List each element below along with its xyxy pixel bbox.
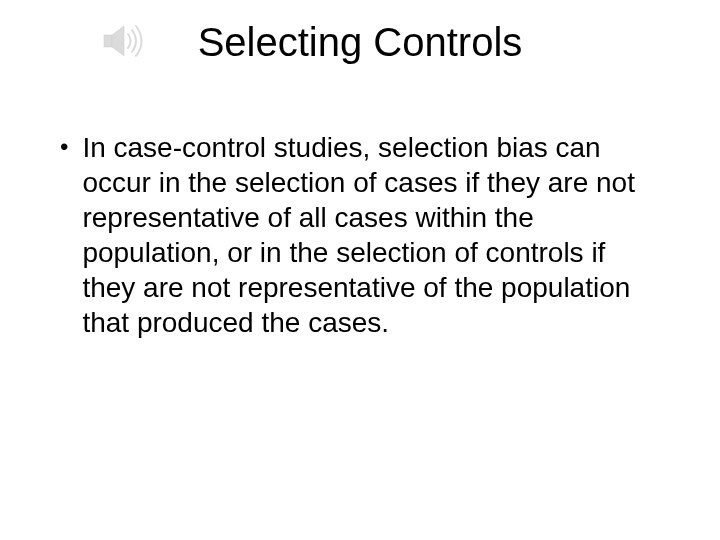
bullet-item: • In case-control studies, selection bia… (60, 130, 660, 340)
slide-title: Selecting Controls (0, 20, 720, 64)
bullet-marker-icon: • (60, 132, 68, 162)
slide-body: • In case-control studies, selection bia… (60, 130, 660, 340)
bullet-text: In case-control studies, selection bias … (82, 130, 660, 340)
slide: Selecting Controls • In case-control stu… (0, 0, 720, 540)
